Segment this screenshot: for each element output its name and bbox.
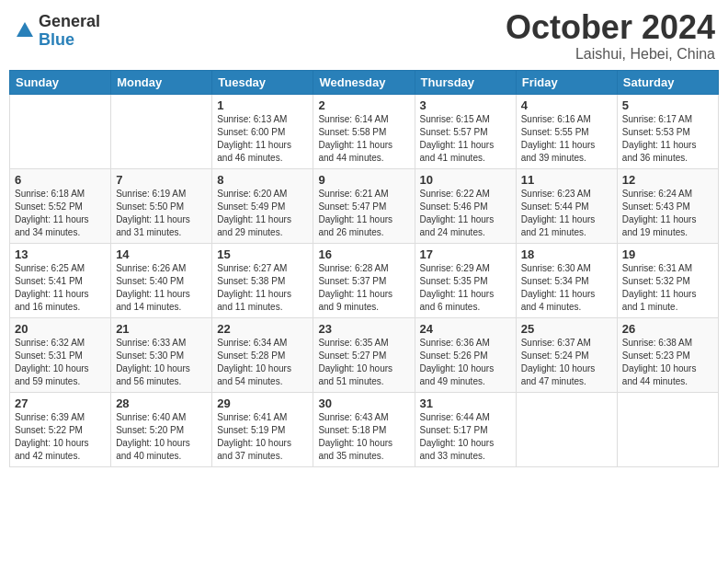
- calendar-week-4: 20Sunrise: 6:32 AMSunset: 5:31 PMDayligh…: [10, 317, 719, 392]
- day-info: Sunrise: 6:44 AMSunset: 5:17 PMDaylight:…: [420, 411, 511, 463]
- calendar-cell: [10, 94, 111, 168]
- day-number: 22: [217, 322, 308, 336]
- day-number: 6: [15, 173, 106, 187]
- day-number: 26: [622, 322, 713, 336]
- day-number: 31: [420, 396, 511, 410]
- day-info: Sunrise: 6:26 AMSunset: 5:40 PMDaylight:…: [116, 262, 207, 314]
- day-info: Sunrise: 6:17 AMSunset: 5:53 PMDaylight:…: [622, 113, 713, 165]
- day-info: Sunrise: 6:36 AMSunset: 5:26 PMDaylight:…: [420, 337, 511, 388]
- day-header-row: SundayMondayTuesdayWednesdayThursdayFrid…: [10, 70, 719, 94]
- day-info: Sunrise: 6:29 AMSunset: 5:35 PMDaylight:…: [420, 262, 511, 314]
- day-header-wednesday: Wednesday: [313, 70, 415, 94]
- day-number: 15: [217, 247, 308, 261]
- calendar-cell: 19Sunrise: 6:31 AMSunset: 5:32 PMDayligh…: [617, 243, 718, 317]
- day-info: Sunrise: 6:22 AMSunset: 5:46 PMDaylight:…: [420, 188, 511, 239]
- day-number: 11: [521, 173, 612, 187]
- day-info: Sunrise: 6:23 AMSunset: 5:44 PMDaylight:…: [521, 188, 612, 239]
- calendar-cell: 4Sunrise: 6:16 AMSunset: 5:55 PMDaylight…: [516, 94, 617, 168]
- calendar-cell: [516, 392, 617, 466]
- day-info: Sunrise: 6:25 AMSunset: 5:41 PMDaylight:…: [15, 262, 106, 314]
- day-number: 8: [217, 173, 308, 187]
- day-number: 3: [420, 98, 511, 112]
- day-number: 20: [15, 322, 106, 336]
- calendar-week-3: 13Sunrise: 6:25 AMSunset: 5:41 PMDayligh…: [10, 243, 719, 317]
- day-number: 27: [15, 396, 106, 410]
- calendar-cell: 9Sunrise: 6:21 AMSunset: 5:47 PMDaylight…: [313, 168, 415, 243]
- day-header-thursday: Thursday: [415, 70, 516, 94]
- calendar-cell: 28Sunrise: 6:40 AMSunset: 5:20 PMDayligh…: [111, 392, 212, 466]
- title-area: October 2024 Laishui, Hebei, China: [506, 9, 715, 63]
- day-info: Sunrise: 6:39 AMSunset: 5:22 PMDaylight:…: [15, 411, 106, 463]
- day-info: Sunrise: 6:43 AMSunset: 5:18 PMDaylight:…: [318, 411, 409, 463]
- day-header-monday: Monday: [111, 70, 212, 94]
- logo-blue-text: Blue: [39, 31, 100, 50]
- calendar-cell: 15Sunrise: 6:27 AMSunset: 5:38 PMDayligh…: [212, 243, 313, 317]
- day-number: 17: [420, 247, 511, 261]
- day-info: Sunrise: 6:31 AMSunset: 5:32 PMDaylight:…: [622, 262, 713, 314]
- logo-general-text: General: [39, 13, 100, 31]
- calendar-cell: 18Sunrise: 6:30 AMSunset: 5:34 PMDayligh…: [516, 243, 617, 317]
- calendar-cell: [111, 94, 212, 168]
- day-info: Sunrise: 6:35 AMSunset: 5:27 PMDaylight:…: [318, 337, 409, 388]
- calendar-cell: 24Sunrise: 6:36 AMSunset: 5:26 PMDayligh…: [415, 317, 516, 392]
- page-header: General Blue October 2024 Laishui, Hebei…: [9, 9, 719, 63]
- day-info: Sunrise: 6:21 AMSunset: 5:47 PMDaylight:…: [318, 188, 409, 239]
- day-info: Sunrise: 6:34 AMSunset: 5:28 PMDaylight:…: [217, 337, 308, 388]
- day-info: Sunrise: 6:24 AMSunset: 5:43 PMDaylight:…: [622, 188, 713, 239]
- day-info: Sunrise: 6:37 AMSunset: 5:24 PMDaylight:…: [521, 337, 612, 388]
- calendar-cell: 25Sunrise: 6:37 AMSunset: 5:24 PMDayligh…: [516, 317, 617, 392]
- day-info: Sunrise: 6:16 AMSunset: 5:55 PMDaylight:…: [521, 113, 612, 165]
- day-number: 16: [318, 247, 409, 261]
- day-info: Sunrise: 6:13 AMSunset: 6:00 PMDaylight:…: [217, 113, 308, 165]
- calendar-cell: 8Sunrise: 6:20 AMSunset: 5:49 PMDaylight…: [212, 168, 313, 243]
- calendar-cell: 11Sunrise: 6:23 AMSunset: 5:44 PMDayligh…: [516, 168, 617, 243]
- calendar-cell: 22Sunrise: 6:34 AMSunset: 5:28 PMDayligh…: [212, 317, 313, 392]
- day-number: 23: [318, 322, 409, 336]
- day-info: Sunrise: 6:40 AMSunset: 5:20 PMDaylight:…: [116, 411, 207, 463]
- day-info: Sunrise: 6:30 AMSunset: 5:34 PMDaylight:…: [521, 262, 612, 314]
- day-info: Sunrise: 6:33 AMSunset: 5:30 PMDaylight:…: [116, 337, 207, 388]
- day-number: 28: [116, 396, 207, 410]
- calendar-cell: 5Sunrise: 6:17 AMSunset: 5:53 PMDaylight…: [617, 94, 718, 168]
- day-info: Sunrise: 6:20 AMSunset: 5:49 PMDaylight:…: [217, 188, 308, 239]
- day-info: Sunrise: 6:15 AMSunset: 5:57 PMDaylight:…: [420, 113, 511, 165]
- calendar-cell: 1Sunrise: 6:13 AMSunset: 6:00 PMDaylight…: [212, 94, 313, 168]
- calendar-cell: 23Sunrise: 6:35 AMSunset: 5:27 PMDayligh…: [313, 317, 415, 392]
- day-number: 13: [15, 247, 106, 261]
- day-number: 7: [116, 173, 207, 187]
- calendar-week-1: 1Sunrise: 6:13 AMSunset: 6:00 PMDaylight…: [10, 94, 719, 168]
- day-number: 1: [217, 98, 308, 112]
- day-number: 30: [318, 396, 409, 410]
- calendar-cell: 29Sunrise: 6:41 AMSunset: 5:19 PMDayligh…: [212, 392, 313, 466]
- calendar-cell: 12Sunrise: 6:24 AMSunset: 5:43 PMDayligh…: [617, 168, 718, 243]
- day-info: Sunrise: 6:38 AMSunset: 5:23 PMDaylight:…: [622, 337, 713, 388]
- day-number: 21: [116, 322, 207, 336]
- day-number: 10: [420, 173, 511, 187]
- day-number: 29: [217, 396, 308, 410]
- day-info: Sunrise: 6:32 AMSunset: 5:31 PMDaylight:…: [15, 337, 106, 388]
- calendar-cell: [617, 392, 718, 466]
- calendar-cell: 13Sunrise: 6:25 AMSunset: 5:41 PMDayligh…: [10, 243, 111, 317]
- logo-icon: [15, 20, 35, 40]
- day-number: 12: [622, 173, 713, 187]
- calendar-cell: 26Sunrise: 6:38 AMSunset: 5:23 PMDayligh…: [617, 317, 718, 392]
- calendar-table: SundayMondayTuesdayWednesdayThursdayFrid…: [9, 70, 719, 467]
- svg-marker-0: [17, 22, 33, 37]
- calendar-cell: 7Sunrise: 6:19 AMSunset: 5:50 PMDaylight…: [111, 168, 212, 243]
- day-info: Sunrise: 6:27 AMSunset: 5:38 PMDaylight:…: [217, 262, 308, 314]
- calendar-cell: 30Sunrise: 6:43 AMSunset: 5:18 PMDayligh…: [313, 392, 415, 466]
- calendar-cell: 17Sunrise: 6:29 AMSunset: 5:35 PMDayligh…: [415, 243, 516, 317]
- day-number: 24: [420, 322, 511, 336]
- calendar-week-5: 27Sunrise: 6:39 AMSunset: 5:22 PMDayligh…: [10, 392, 719, 466]
- day-number: 9: [318, 173, 409, 187]
- day-info: Sunrise: 6:41 AMSunset: 5:19 PMDaylight:…: [217, 411, 308, 463]
- day-number: 2: [318, 98, 409, 112]
- day-number: 18: [521, 247, 612, 261]
- logo: General Blue: [13, 13, 100, 50]
- day-number: 19: [622, 247, 713, 261]
- month-title: October 2024: [506, 9, 715, 46]
- day-info: Sunrise: 6:14 AMSunset: 5:58 PMDaylight:…: [318, 113, 409, 165]
- day-number: 25: [521, 322, 612, 336]
- day-header-sunday: Sunday: [10, 70, 111, 94]
- calendar-cell: 6Sunrise: 6:18 AMSunset: 5:52 PMDaylight…: [10, 168, 111, 243]
